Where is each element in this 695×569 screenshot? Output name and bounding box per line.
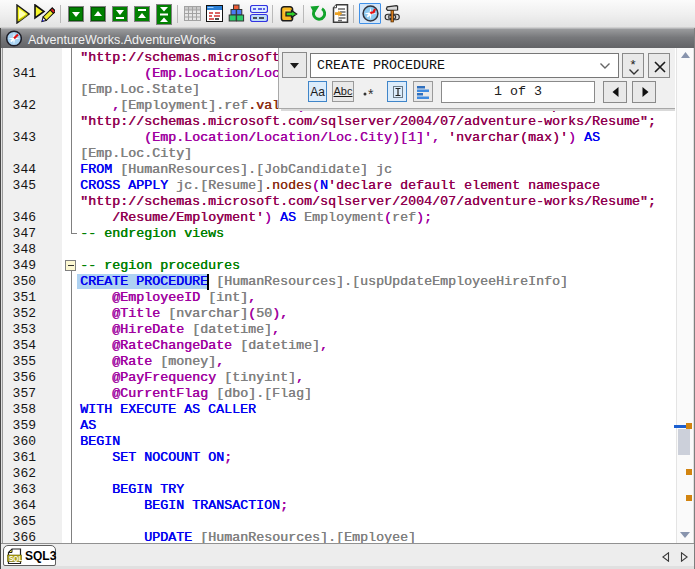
svg-text:*: *: [368, 87, 374, 97]
svg-text:SQL: SQL: [9, 555, 22, 563]
